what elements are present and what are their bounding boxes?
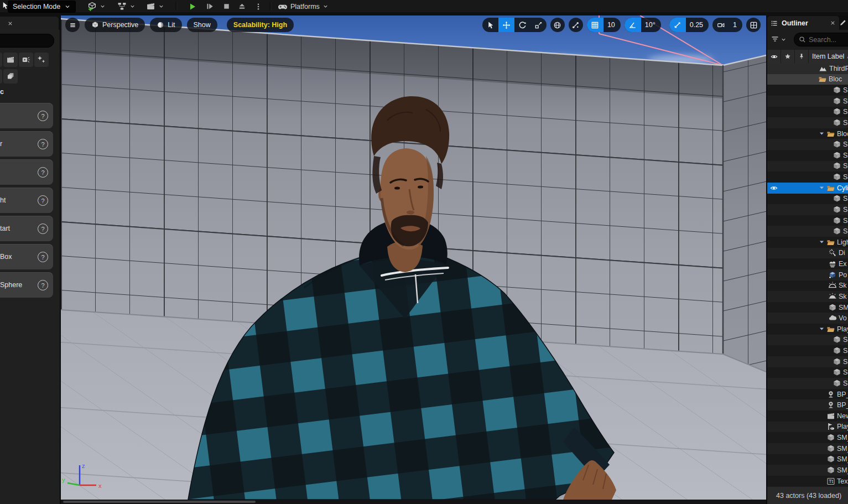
visibility-toggle[interactable] <box>767 139 781 150</box>
outliner-row[interactable]: Cyli <box>767 183 848 194</box>
outliner-row[interactable]: SM <box>767 107 848 118</box>
platforms-dropdown[interactable]: Platforms <box>278 2 329 11</box>
expand-toggle[interactable] <box>818 130 826 137</box>
item-label-column-header[interactable]: Item Label ▲ <box>809 50 848 63</box>
maximize-viewport-button[interactable] <box>746 18 761 32</box>
visibility-toggle[interactable] <box>767 291 781 302</box>
visibility-toggle[interactable] <box>767 204 781 215</box>
visibility-toggle[interactable] <box>767 107 781 118</box>
place-actors-tab[interactable] <box>0 17 59 30</box>
viewport-3d-scene[interactable]: z x y <box>61 15 766 500</box>
visibility-toggle[interactable] <box>767 454 781 465</box>
scale-tool-button[interactable] <box>530 18 547 32</box>
cinematics-button[interactable] <box>146 2 164 11</box>
visibility-toggle[interactable] <box>767 85 781 96</box>
outliner-row[interactable]: SM_ <box>767 465 848 476</box>
visibility-toggle[interactable] <box>767 128 781 139</box>
outliner-tab[interactable]: Outliner <box>767 16 839 30</box>
blueprints-button[interactable] <box>117 2 136 11</box>
perspective-dropdown[interactable]: Perspective <box>85 18 145 32</box>
outliner-row[interactable]: SM <box>767 161 848 172</box>
favorite-column-header[interactable] <box>781 50 794 63</box>
pin-column-header[interactable] <box>795 50 808 63</box>
help-icon[interactable]: ? <box>38 195 48 206</box>
visibility-toggle[interactable] <box>767 150 781 161</box>
visibility-toggle[interactable] <box>767 117 781 128</box>
scale-snap-value[interactable]: 0.25 <box>686 21 709 29</box>
grid-snap-value[interactable]: 10 <box>604 21 621 29</box>
help-icon[interactable]: ? <box>38 111 48 121</box>
chevron-down-icon[interactable] <box>781 37 787 43</box>
outliner-row[interactable]: Sk <box>767 280 848 292</box>
place-actor-card[interactable]: tart ? <box>0 216 53 241</box>
outliner-search-input[interactable]: Search... <box>794 33 848 46</box>
eject-button[interactable] <box>238 2 246 11</box>
help-icon[interactable]: ? <box>38 280 48 290</box>
outliner-row[interactable]: Tex <box>767 476 848 487</box>
category-button-lights[interactable] <box>19 53 33 67</box>
outliner-row[interactable]: SM <box>767 172 848 183</box>
skip-button[interactable] <box>206 2 214 11</box>
visibility-toggle[interactable] <box>767 63 781 74</box>
outliner-row[interactable]: SM <box>767 226 848 237</box>
visibility-toggle[interactable] <box>767 422 781 433</box>
visibility-toggle[interactable] <box>767 269 781 280</box>
outliner-row[interactable]: Bloc <box>767 74 848 85</box>
outliner-row[interactable]: Play <box>767 422 848 433</box>
visibility-toggle[interactable] <box>767 313 781 324</box>
camera-speed-button[interactable] <box>712 18 729 32</box>
place-actor-card[interactable]: r ? <box>0 131 53 157</box>
outliner-row[interactable]: SM <box>767 367 848 378</box>
outliner-row[interactable]: BP_ <box>767 399 848 411</box>
outliner-row[interactable]: SM <box>767 96 848 107</box>
category-button-cinematic[interactable] <box>3 53 18 67</box>
stop-button[interactable] <box>222 2 231 11</box>
visibility-toggle[interactable] <box>767 215 781 226</box>
expand-toggle[interactable] <box>818 184 826 191</box>
pencil-tab-icon[interactable] <box>839 19 847 27</box>
outliner-row[interactable]: SM_ <box>767 443 848 454</box>
play-button[interactable] <box>188 2 197 11</box>
add-actor-button[interactable] <box>87 2 106 11</box>
rotate-tool-button[interactable] <box>514 18 530 32</box>
outliner-row[interactable]: SM <box>767 335 848 346</box>
world-coordinate-button[interactable] <box>550 18 565 32</box>
category-button-geometry[interactable] <box>0 69 2 84</box>
outliner-row[interactable]: BP_ <box>767 389 848 400</box>
category-button-shapes[interactable] <box>3 69 18 84</box>
outliner-row[interactable]: SM <box>767 378 848 389</box>
filter-icon[interactable] <box>771 35 779 44</box>
outliner-row[interactable]: SM <box>767 356 848 367</box>
outliner-row[interactable]: Play <box>767 324 848 335</box>
visibility-toggle[interactable] <box>767 443 781 454</box>
horizontal-scrollbar[interactable] <box>63 501 256 503</box>
surface-snapping-button[interactable] <box>569 18 583 32</box>
outliner-row[interactable]: SM <box>767 150 848 161</box>
visibility-toggle[interactable] <box>767 465 781 476</box>
outliner-row[interactable]: SM <box>767 117 848 128</box>
place-actor-card[interactable]: Box ? <box>0 244 53 269</box>
outliner-row[interactable]: SM <box>767 85 848 96</box>
outliner-row[interactable]: Vo <box>767 313 848 324</box>
scale-snap-toggle[interactable] <box>669 18 686 32</box>
show-dropdown[interactable]: Show <box>187 18 217 32</box>
rotation-snap-toggle[interactable] <box>625 18 641 32</box>
outliner-row[interactable]: ThirdP <box>767 63 848 74</box>
visibility-toggle[interactable] <box>767 411 781 422</box>
viewport-options-button[interactable] <box>65 18 80 32</box>
visibility-column-header[interactable] <box>767 50 781 63</box>
camera-speed-value[interactable]: 1 <box>729 21 742 29</box>
outliner-row[interactable]: Bloc <box>767 128 848 139</box>
category-button-visual-effects[interactable] <box>34 53 49 67</box>
outliner-row[interactable]: SM <box>767 215 848 226</box>
visibility-toggle[interactable] <box>767 161 781 172</box>
outliner-row[interactable]: Sk <box>767 291 848 302</box>
help-icon[interactable]: ? <box>38 139 48 149</box>
place-actor-card[interactable]: ht ? <box>0 188 53 213</box>
outliner-row[interactable]: SM <box>767 345 848 356</box>
visibility-toggle[interactable] <box>767 335 781 346</box>
visibility-toggle[interactable] <box>767 194 781 205</box>
visibility-toggle[interactable] <box>767 399 781 411</box>
help-icon[interactable]: ? <box>38 252 48 262</box>
close-tab-button[interactable] <box>6 19 14 28</box>
